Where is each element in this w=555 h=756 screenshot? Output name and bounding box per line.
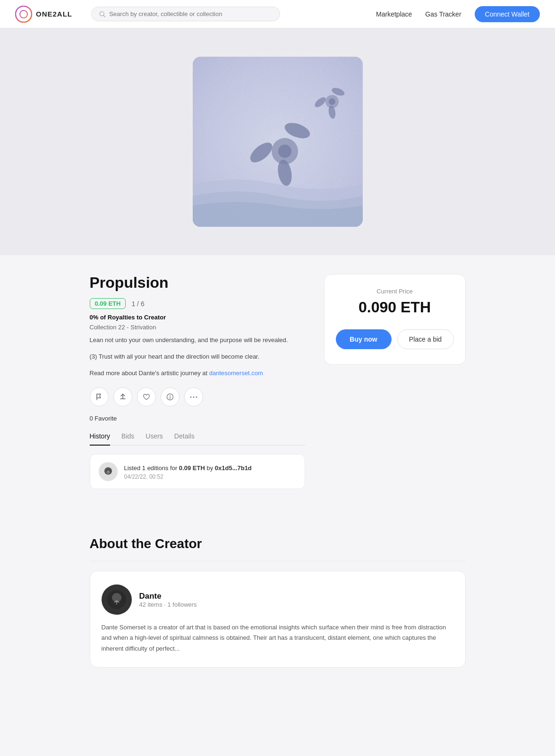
share-button[interactable] (113, 387, 132, 406)
favorite-count: 0 Favorite (90, 415, 305, 422)
tab-users[interactable]: Users (145, 432, 163, 445)
current-price-label: Current Price (376, 288, 413, 295)
search-input[interactable] (109, 10, 272, 17)
creator-avatar-icon (107, 590, 126, 609)
svg-point-1 (20, 10, 27, 18)
creator-website-link[interactable]: dantesomerset.com (209, 369, 263, 377)
info-icon (166, 393, 174, 401)
right-column: Current Price 0.090 ETH Buy now Place a … (324, 274, 466, 365)
tab-bids[interactable]: Bids (121, 432, 134, 445)
link-text: Read more about Dante's artistic journey… (90, 369, 305, 378)
place-bid-button[interactable]: Place a bid (397, 329, 454, 349)
history-address: 0x1d5...7b1d (215, 464, 252, 472)
about-title: About the Creator (90, 536, 466, 551)
svg-point-18 (193, 396, 194, 398)
info-button[interactable] (161, 387, 179, 406)
hero-area (0, 28, 555, 255)
flag-icon (95, 393, 103, 401)
nft-image-card (193, 57, 363, 227)
more-icon (190, 396, 197, 398)
logo-text: ONE2ALL (36, 10, 72, 18)
favorite-button[interactable] (137, 387, 156, 406)
creator-name: Dante (139, 592, 197, 601)
flag-button[interactable] (90, 387, 109, 406)
history-content: Listed 1 editions for 0.09 ETH by 0x1d5.… (124, 464, 252, 480)
nft-title: Propulsion (90, 274, 305, 292)
description-1: Lean not unto your own understanding, an… (90, 335, 305, 345)
history-item: Listed 1 editions for 0.09 ETH by 0x1d5.… (90, 454, 305, 489)
creator-header: Dante 42 items · 1 followers (102, 584, 454, 615)
search-wrap (91, 7, 280, 21)
gas-tracker-link[interactable]: Gas Tracker (425, 10, 461, 18)
creator-avatar (102, 584, 132, 615)
royalty-text: 0% of Royalties to Creator (90, 314, 305, 321)
creator-stats: 42 items · 1 followers (139, 601, 197, 608)
current-price-value: 0.090 ETH (359, 299, 431, 316)
svg-point-17 (190, 396, 191, 398)
svg-point-7 (278, 145, 291, 158)
price-card: Current Price 0.090 ETH Buy now Place a … (324, 274, 466, 365)
tabs-row: History Bids Users Details (90, 432, 305, 446)
svg-line-3 (103, 15, 105, 17)
search-box (91, 7, 280, 21)
left-column: Propulsion 0.09 ETH 1 / 6 0% of Royaltie… (90, 274, 305, 489)
history-timestamp: 04/22/22, 00:52 (124, 473, 252, 480)
svg-point-0 (16, 6, 32, 22)
about-creator-section: About the Creator Dante 42 items · 1 fol… (0, 517, 555, 696)
heart-icon (143, 393, 150, 401)
share-icon (119, 393, 127, 401)
edition-label: 1 / 6 (131, 300, 144, 308)
price-badge: 0.09 ETH (90, 298, 126, 309)
creator-bio: Dante Somerset is a creator of art that … (102, 622, 454, 653)
nav-links: Marketplace Gas Tracker Connect Wallet (376, 6, 540, 22)
tab-history[interactable]: History (90, 432, 111, 446)
logo-icon (15, 6, 32, 23)
price-edition-row: 0.09 ETH 1 / 6 (90, 298, 305, 309)
history-price: 0.09 ETH (179, 464, 205, 472)
search-icon (99, 11, 105, 17)
navbar: ONE2ALL Marketplace Gas Tracker Connect … (0, 0, 555, 28)
about-inner: About the Creator Dante 42 items · 1 fol… (75, 536, 481, 667)
tab-details[interactable]: Details (174, 432, 195, 445)
svg-point-12 (329, 98, 335, 105)
svg-point-19 (196, 396, 197, 398)
action-icons-row (90, 387, 305, 406)
creator-card: Dante 42 items · 1 followers Dante Somer… (90, 571, 466, 667)
description-2: (3) Trust with all your heart and the di… (90, 352, 305, 362)
marketplace-link[interactable]: Marketplace (376, 10, 412, 18)
history-text: Listed 1 editions for 0.09 ETH by 0x1d5.… (124, 464, 252, 473)
buy-now-button[interactable]: Buy now (336, 329, 392, 349)
creator-info: Dante 42 items · 1 followers (139, 592, 197, 608)
history-avatar (99, 462, 118, 481)
logo[interactable]: ONE2ALL (15, 6, 72, 23)
connect-wallet-button[interactable]: Connect Wallet (475, 6, 540, 22)
leaf-icon (103, 466, 113, 477)
more-button[interactable] (184, 387, 203, 406)
content-area: Propulsion 0.09 ETH 1 / 6 0% of Royaltie… (0, 255, 555, 517)
divider (90, 561, 466, 561)
buy-sell-row: Buy now Place a bid (336, 329, 454, 349)
nft-artwork (193, 57, 363, 227)
collection-text: Collection 22 - Strivation (90, 324, 305, 331)
